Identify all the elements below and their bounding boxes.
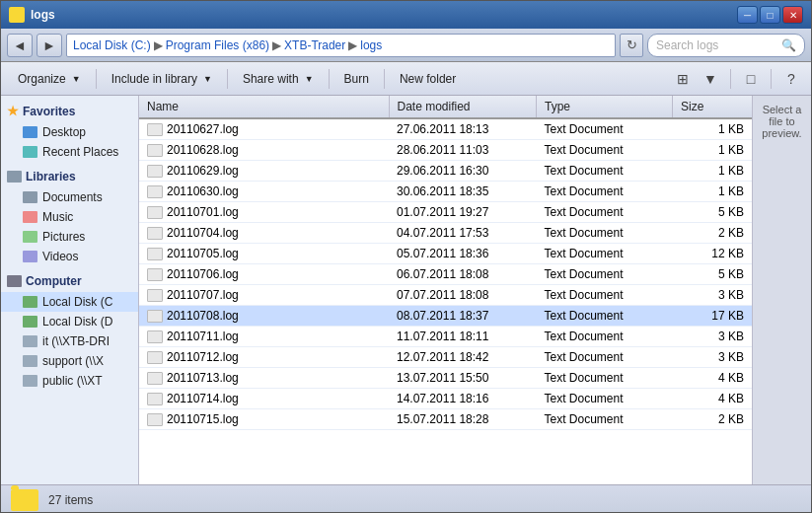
sidebar-computer-header[interactable]: Computer: [1, 270, 138, 292]
table-row[interactable]: 20110712.log12.07.2011 18:42Text Documen…: [139, 347, 752, 368]
pictures-icon: [23, 231, 37, 243]
column-header-date[interactable]: Date modified: [389, 96, 537, 118]
table-row[interactable]: 20110708.log08.07.2011 18:37Text Documen…: [139, 306, 752, 327]
file-icon: [147, 185, 163, 198]
table-row[interactable]: 20110715.log15.07.2011 18:28Text Documen…: [139, 409, 752, 430]
column-header-type[interactable]: Type: [537, 96, 673, 118]
toolbar-separator-2: [227, 69, 228, 89]
sidebar-item-xtb-drive[interactable]: it (\\XTB-DRI: [1, 331, 138, 351]
toolbar-separator-5: [730, 69, 731, 89]
column-header-name[interactable]: Name: [139, 96, 389, 118]
table-row[interactable]: 20110711.log11.07.2011 18:11Text Documen…: [139, 327, 752, 347]
file-name: 20110713.log: [167, 371, 239, 385]
file-icon: [147, 123, 163, 136]
file-size: 1 KB: [673, 182, 753, 202]
table-row[interactable]: 20110704.log04.07.2011 17:53Text Documen…: [139, 223, 752, 244]
sidebar-item-local-disk-c[interactable]: Local Disk (C: [1, 292, 138, 312]
sidebar-item-support[interactable]: support (\\X: [1, 351, 138, 371]
share-with-button[interactable]: Share with ▼: [234, 66, 323, 92]
file-name: 20110711.log: [167, 330, 239, 343]
column-header-size[interactable]: Size: [673, 96, 753, 118]
file-icon: [147, 144, 163, 157]
file-table: Name Date modified Type Size 20110627.lo…: [139, 96, 752, 430]
share-dropdown-arrow: ▼: [305, 74, 314, 84]
table-row[interactable]: 20110705.log05.07.2011 18:36Text Documen…: [139, 244, 752, 264]
search-box[interactable]: Search logs 🔍: [647, 34, 805, 57]
file-name-cell: 20110708.log: [139, 306, 389, 327]
minimize-button[interactable]: ─: [737, 6, 758, 24]
file-name: 20110627.log: [167, 122, 239, 136]
file-date: 08.07.2011 18:37: [389, 306, 537, 327]
file-date: 12.07.2011 18:42: [389, 347, 537, 368]
table-row[interactable]: 20110714.log14.07.2011 18:16Text Documen…: [139, 389, 752, 409]
include-in-library-button[interactable]: Include in library ▼: [103, 66, 221, 92]
file-name-cell: 20110707.log: [139, 285, 389, 306]
file-table-header: Name Date modified Type Size: [139, 96, 752, 118]
maximize-button[interactable]: □: [760, 6, 780, 24]
table-row[interactable]: 20110713.log13.07.2011 15:50Text Documen…: [139, 368, 752, 389]
help-button[interactable]: ?: [779, 67, 803, 91]
file-name-cell: 20110629.log: [139, 161, 389, 182]
sidebar-item-music[interactable]: Music: [1, 207, 138, 227]
view-options-button[interactable]: ⊞: [671, 67, 695, 91]
table-row[interactable]: 20110628.log28.06.2011 11:03Text Documen…: [139, 140, 752, 161]
file-date: 05.07.2011 18:36: [389, 244, 537, 264]
sidebar-item-videos[interactable]: Videos: [1, 247, 138, 266]
table-row[interactable]: 20110630.log30.06.2011 18:35Text Documen…: [139, 182, 752, 202]
sidebar-item-documents[interactable]: Documents: [1, 187, 138, 207]
toolbar-separator-3: [329, 69, 330, 89]
close-button[interactable]: ✕: [782, 6, 803, 24]
sidebar-favorites-section: ★ Favorites Desktop Recent Places: [1, 100, 138, 162]
sidebar-favorites-header[interactable]: ★ Favorites: [1, 100, 138, 122]
path-program-files[interactable]: Program Files (x86): [166, 38, 269, 52]
search-placeholder: Search logs: [656, 38, 718, 52]
file-area: Name Date modified Type Size 20110627.lo…: [139, 96, 752, 484]
file-icon: [147, 227, 163, 240]
sidebar-item-pictures[interactable]: Pictures: [1, 227, 138, 247]
file-size: 5 KB: [673, 264, 753, 285]
burn-button[interactable]: Burn: [335, 66, 378, 92]
file-icon: [147, 206, 163, 219]
view-dropdown-button[interactable]: ▼: [699, 67, 722, 91]
new-folder-button[interactable]: New folder: [391, 66, 465, 92]
sidebar-item-public[interactable]: public (\\XT: [1, 371, 138, 391]
sidebar-item-local-disk-d[interactable]: Local Disk (D: [1, 312, 138, 331]
preview-pane-button[interactable]: □: [739, 67, 763, 91]
sidebar-support-label: support (\\X: [42, 354, 104, 368]
videos-icon: [23, 251, 37, 262]
file-list-container[interactable]: Name Date modified Type Size 20110627.lo…: [139, 96, 752, 484]
file-size: 2 KB: [673, 409, 753, 430]
file-icon: [147, 393, 163, 405]
table-row[interactable]: 20110701.log01.07.2011 19:27Text Documen…: [139, 202, 752, 223]
table-row[interactable]: 20110707.log07.07.2011 18:08Text Documen…: [139, 285, 752, 306]
file-size: 1 KB: [673, 118, 753, 140]
path-xtb-trader[interactable]: XTB-Trader: [284, 38, 345, 52]
file-date: 01.07.2011 19:27: [389, 202, 537, 223]
toolbar-separator-1: [96, 69, 97, 89]
table-row[interactable]: 20110629.log29.06.2011 16:30Text Documen…: [139, 161, 752, 182]
back-button[interactable]: ◄: [7, 34, 33, 57]
file-type: Text Document: [537, 140, 673, 161]
sidebar-item-recent-places[interactable]: Recent Places: [1, 142, 138, 162]
sidebar-libraries-header[interactable]: Libraries: [1, 166, 138, 187]
path-local-disk[interactable]: Local Disk (C:): [73, 38, 151, 52]
file-name-cell: 20110706.log: [139, 264, 389, 285]
file-name-cell: 20110627.log: [139, 118, 389, 140]
path-logs[interactable]: logs: [360, 38, 382, 52]
table-row[interactable]: 20110706.log06.07.2011 18:08Text Documen…: [139, 264, 752, 285]
file-date: 29.06.2011 16:30: [389, 161, 537, 182]
address-path[interactable]: Local Disk (C:) ▶ Program Files (x86) ▶ …: [66, 34, 616, 57]
sidebar-item-desktop[interactable]: Desktop: [1, 122, 138, 142]
search-icon: 🔍: [781, 38, 796, 52]
sidebar-pictures-label: Pictures: [42, 230, 85, 244]
refresh-button[interactable]: ↻: [620, 34, 643, 57]
file-name-cell: 20110714.log: [139, 389, 389, 409]
table-row[interactable]: 20110627.log27.06.2011 18:13Text Documen…: [139, 118, 752, 140]
file-name: 20110714.log: [167, 392, 239, 405]
local-disk-d-icon: [23, 316, 37, 328]
forward-button[interactable]: ►: [37, 34, 62, 57]
file-table-body: 20110627.log27.06.2011 18:13Text Documen…: [139, 118, 752, 430]
recent-places-icon: [23, 146, 37, 158]
organize-button[interactable]: Organize ▼: [9, 66, 90, 92]
file-type: Text Document: [537, 182, 673, 202]
